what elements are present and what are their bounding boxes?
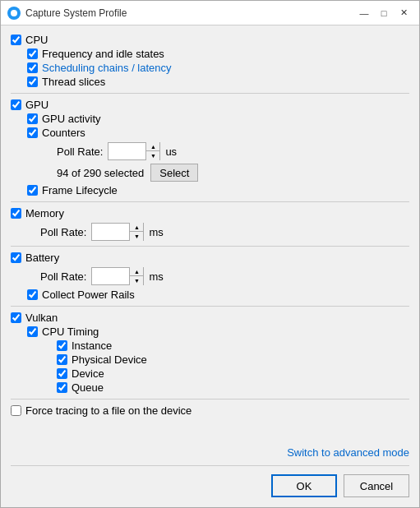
memory-header-row: Memory — [11, 207, 409, 219]
cpu-scheduling-row: Scheduling chains / latency — [27, 62, 409, 74]
battery-header-row: Battery — [11, 252, 409, 264]
battery-poll-up[interactable]: ▲ — [130, 267, 143, 276]
battery-checkbox[interactable] — [11, 252, 21, 263]
vulkan-cpu-timing-row: CPU Timing — [27, 326, 409, 338]
gpu-activity-label[interactable]: GPU activity — [42, 113, 101, 125]
app-icon — [7, 7, 21, 20]
vulkan-physical-device-checkbox[interactable] — [57, 354, 67, 365]
vulkan-cpu-timing-options: Instance Physical Device Device Queue — [57, 339, 409, 394]
cpu-checkbox[interactable] — [11, 35, 21, 45]
cpu-scheduling-label[interactable]: Scheduling chains / latency — [42, 62, 172, 74]
memory-poll-up[interactable]: ▲ — [130, 223, 143, 232]
vulkan-header-row: Vulkan — [11, 312, 409, 324]
gpu-section: GPU GPU activity Counters Poll Rate: 100… — [11, 99, 409, 196]
battery-poll-unit: ms — [149, 270, 163, 283]
force-tracing-row: Force tracing to a file on the device — [11, 404, 409, 417]
vulkan-queue-row: Queue — [57, 381, 409, 394]
vulkan-device-label[interactable]: Device — [72, 367, 104, 380]
battery-poll-input[interactable]: 250 — [92, 268, 129, 284]
close-button[interactable]: ✕ — [395, 5, 413, 21]
gpu-frame-row: Frame Lifecycle — [27, 184, 409, 196]
gpu-activity-row: GPU activity — [27, 113, 409, 125]
vulkan-queue-checkbox[interactable] — [57, 382, 67, 393]
gpu-counters-checkbox[interactable] — [27, 127, 38, 138]
battery-poll-down[interactable]: ▼ — [130, 276, 143, 285]
memory-poll-input[interactable]: 5 — [92, 224, 129, 240]
gpu-activity-checkbox[interactable] — [27, 113, 38, 124]
cpu-frequency-row: Frequency and idle states — [27, 48, 409, 60]
window-controls: — □ ✕ — [355, 5, 413, 21]
main-window: Capture System Profile — □ ✕ CPU Frequen… — [0, 0, 420, 508]
gpu-poll-rate-row: Poll Rate: 1000 ▲ ▼ us — [57, 142, 409, 160]
cpu-scheduling-checkbox[interactable] — [27, 62, 38, 73]
gpu-select-button[interactable]: Select — [150, 164, 198, 182]
cpu-frequency-checkbox[interactable] — [27, 48, 38, 59]
vulkan-instance-label[interactable]: Instance — [72, 339, 112, 352]
memory-poll-arrows: ▲ ▼ — [129, 223, 143, 241]
battery-poll-label: Poll Rate: — [40, 270, 86, 283]
gpu-options: GPU activity Counters Poll Rate: 1000 ▲ … — [27, 113, 409, 196]
vulkan-queue-label[interactable]: Queue — [72, 381, 104, 394]
vulkan-label[interactable]: Vulkan — [25, 312, 58, 324]
cpu-thread-checkbox[interactable] — [27, 76, 38, 87]
memory-poll-rate-row: Poll Rate: 5 ▲ ▼ ms — [40, 223, 409, 241]
title-bar: Capture System Profile — □ ✕ — [1, 1, 419, 25]
footer-top: Switch to advanced mode — [11, 446, 409, 459]
force-tracing-label[interactable]: Force tracing to a file on the device — [25, 404, 192, 417]
ok-button[interactable]: OK — [271, 474, 337, 497]
battery-label[interactable]: Battery — [25, 252, 59, 264]
gpu-poll-input[interactable]: 1000 — [108, 143, 145, 159]
gpu-select-row: 94 of 290 selected Select — [57, 164, 409, 182]
cpu-thread-row: Thread slices — [27, 76, 409, 88]
battery-power-label[interactable]: Collect Power Rails — [42, 289, 135, 301]
memory-poll-spinbox: 5 ▲ ▼ — [91, 223, 144, 241]
cpu-options: Frequency and idle states Scheduling cha… — [27, 48, 409, 88]
vulkan-device-checkbox[interactable] — [57, 368, 67, 379]
battery-poll-spinbox: 250 ▲ ▼ — [91, 267, 144, 285]
cpu-section: CPU Frequency and idle states Scheduling… — [11, 34, 409, 88]
memory-label[interactable]: Memory — [25, 207, 64, 219]
gpu-frame-checkbox[interactable] — [27, 185, 38, 196]
memory-poll-label: Poll Rate: — [40, 226, 86, 238]
gpu-poll-spinbox: 1000 ▲ ▼ — [108, 142, 160, 160]
battery-power-row: Collect Power Rails — [27, 289, 409, 301]
window-title: Capture System Profile — [25, 7, 355, 19]
maximize-button[interactable]: □ — [375, 5, 393, 21]
cpu-label[interactable]: CPU — [25, 34, 48, 46]
force-tracing-section: Force tracing to a file on the device — [11, 404, 409, 417]
footer-buttons: OK Cancel — [11, 474, 409, 497]
svg-point-0 — [11, 10, 17, 16]
gpu-counters-row: Counters — [27, 127, 409, 139]
gpu-frame-label[interactable]: Frame Lifecycle — [42, 184, 118, 196]
battery-power-checkbox[interactable] — [27, 289, 38, 300]
minimize-button[interactable]: — — [355, 5, 373, 21]
cancel-button[interactable]: Cancel — [344, 474, 409, 497]
content-area: CPU Frequency and idle states Scheduling… — [1, 25, 419, 440]
vulkan-checkbox[interactable] — [11, 312, 21, 323]
vulkan-physical-device-label[interactable]: Physical Device — [72, 353, 147, 366]
gpu-poll-down[interactable]: ▼ — [146, 151, 159, 160]
gpu-counters-label[interactable]: Counters — [42, 127, 85, 139]
memory-checkbox[interactable] — [11, 208, 21, 219]
battery-section: Battery Poll Rate: 250 ▲ ▼ ms Collect Po… — [11, 252, 409, 301]
vulkan-cpu-timing-label[interactable]: CPU Timing — [42, 326, 99, 338]
memory-poll-down[interactable]: ▼ — [130, 232, 143, 241]
force-tracing-checkbox[interactable] — [11, 405, 21, 416]
gpu-poll-unit: us — [165, 145, 177, 158]
vulkan-options: CPU Timing Instance Physical Device Devi… — [27, 326, 409, 394]
gpu-select-info: 94 of 290 selected — [57, 167, 144, 179]
gpu-checkbox[interactable] — [11, 99, 21, 110]
switch-advanced-button[interactable]: Switch to advanced mode — [287, 446, 409, 459]
vulkan-device-row: Device — [57, 367, 409, 380]
gpu-label[interactable]: GPU — [25, 99, 48, 111]
gpu-poll-up[interactable]: ▲ — [146, 142, 159, 151]
vulkan-instance-row: Instance — [57, 339, 409, 352]
battery-poll-arrows: ▲ ▼ — [129, 267, 143, 285]
footer: Switch to advanced mode OK Cancel — [1, 440, 419, 507]
cpu-thread-label[interactable]: Thread slices — [42, 76, 105, 88]
memory-poll-unit: ms — [149, 226, 163, 238]
vulkan-instance-checkbox[interactable] — [57, 340, 67, 351]
gpu-header-row: GPU — [11, 99, 409, 111]
vulkan-cpu-timing-checkbox[interactable] — [27, 326, 38, 337]
cpu-frequency-label[interactable]: Frequency and idle states — [42, 48, 164, 60]
